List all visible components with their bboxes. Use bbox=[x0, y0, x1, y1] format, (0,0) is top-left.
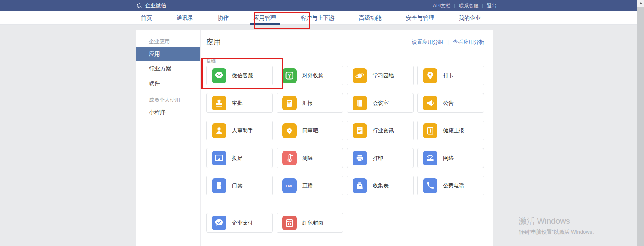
app-grid-footer: 企业支付红包封面 bbox=[206, 213, 484, 233]
app-label: 审批 bbox=[232, 100, 243, 107]
app-card[interactable]: 公告 bbox=[417, 93, 484, 113]
app-label: 健康上报 bbox=[443, 127, 464, 134]
nav-tab[interactable]: 安全与管理 bbox=[406, 11, 434, 25]
topbar-links: API文档 | 联系客服 | 退出 bbox=[433, 0, 496, 11]
app-label: 企业支付 bbox=[232, 219, 253, 227]
sidebar-group-header: 企业应用 bbox=[136, 37, 200, 47]
phone-icon bbox=[423, 178, 437, 193]
app-label: 打卡 bbox=[443, 72, 454, 79]
app-card[interactable]: ¥对外收款 bbox=[277, 66, 343, 85]
sidebar-item[interactable]: 应用 bbox=[136, 47, 200, 61]
nav-tab[interactable]: 高级功能 bbox=[359, 11, 381, 25]
yen-badge-icon: ¥ bbox=[282, 68, 297, 83]
nav-tabs: 首页通讯录协作应用管理客户与上下游高级功能安全与管理我的企业 bbox=[141, 11, 481, 25]
app-card[interactable]: 网络 bbox=[417, 148, 484, 168]
contact-support-link[interactable]: 联系客服 bbox=[459, 2, 478, 9]
sidebar-item[interactable]: 行业方案 bbox=[136, 61, 200, 76]
app-card[interactable]: 微信客服 bbox=[206, 66, 273, 85]
collect-box-icon bbox=[353, 178, 367, 193]
scrollbar-thumb[interactable] bbox=[637, 7, 644, 246]
watermark-line1: 激活 Windows bbox=[519, 216, 598, 227]
nav-tab[interactable]: 首页 bbox=[141, 11, 152, 25]
navbar: 首页通讯录协作应用管理客户与上下游高级功能安全与管理我的企业 bbox=[0, 11, 644, 25]
app-label: 人事助手 bbox=[232, 127, 253, 134]
app-card[interactable]: 打卡 bbox=[417, 66, 484, 85]
section-divider bbox=[206, 206, 484, 206]
sidebar-section: 成员个人使用小程序 bbox=[136, 95, 200, 119]
app-label: 会议室 bbox=[373, 100, 389, 107]
app-label: 测温 bbox=[302, 155, 313, 162]
app-card[interactable]: 人事助手 bbox=[206, 121, 273, 140]
nav-tab[interactable]: 我的企业 bbox=[458, 11, 481, 25]
app-card[interactable]: LIVE直播 bbox=[277, 176, 343, 195]
app-label: 网络 bbox=[443, 155, 454, 162]
app-card[interactable]: 行业资讯 bbox=[347, 121, 414, 140]
app-card[interactable]: 健康上报 bbox=[417, 121, 484, 140]
app-label: 打印 bbox=[373, 155, 383, 162]
sidebar-item[interactable]: 硬件 bbox=[136, 76, 200, 90]
clipboard-plus-icon bbox=[423, 123, 437, 138]
app-label: 对外收款 bbox=[302, 72, 323, 79]
app-card[interactable]: 打印 bbox=[347, 148, 414, 168]
view-app-analytics-link[interactable]: 查看应用分析 bbox=[453, 38, 484, 46]
app-card[interactable]: 会议室 bbox=[347, 93, 414, 113]
logo-link[interactable]: 企业微信 bbox=[136, 0, 166, 11]
content-panel: 企业应用应用行业方案硬件成员个人使用小程序 应用 设置应用分组 | 查看应用分析… bbox=[136, 30, 493, 246]
app-group-label: 基础 bbox=[206, 58, 484, 64]
app-label: 微信客服 bbox=[232, 72, 253, 79]
app-card[interactable]: 投屏 bbox=[206, 148, 273, 168]
windows-activation-watermark: 激活 Windows 转到“电脑设置”以激活 Windows。 bbox=[519, 216, 598, 236]
app-label: 行业资讯 bbox=[373, 127, 394, 134]
app-card[interactable]: 收集表 bbox=[347, 176, 414, 195]
news-doc-icon bbox=[353, 123, 367, 138]
app-label: 红包封面 bbox=[302, 219, 323, 227]
app-card[interactable]: 门禁 bbox=[206, 176, 273, 195]
chevron-up-icon bbox=[639, 2, 642, 4]
nav-tab[interactable]: 应用管理 bbox=[253, 11, 276, 25]
thermometer-icon bbox=[282, 151, 297, 165]
main-actions: 设置应用分组 | 查看应用分析 bbox=[412, 38, 484, 46]
app-label: 汇报 bbox=[302, 100, 313, 107]
logout-link[interactable]: 退出 bbox=[487, 2, 496, 9]
app-card[interactable]: 公费电话 bbox=[417, 176, 484, 195]
app-card[interactable]: 测温 bbox=[277, 148, 343, 168]
live-text-icon: LIVE bbox=[282, 178, 297, 193]
app-card[interactable]: 企业支付 bbox=[206, 213, 273, 233]
sidebar: 企业应用应用行业方案硬件成员个人使用小程序 bbox=[136, 30, 201, 246]
door-open-icon bbox=[353, 96, 367, 110]
vertical-scrollbar[interactable] bbox=[637, 0, 644, 246]
app-card[interactable]: 审批 bbox=[206, 93, 273, 113]
cast-screen-icon bbox=[212, 151, 226, 165]
api-docs-link[interactable]: API文档 bbox=[433, 2, 450, 9]
wechat-work-logo-icon bbox=[136, 2, 143, 9]
topbar: 企业微信 API文档 | 联系客服 | 退出 bbox=[0, 0, 644, 11]
sidebar-group-header: 成员个人使用 bbox=[136, 95, 200, 105]
pay-check-icon bbox=[212, 216, 226, 230]
svg-text:LIVE: LIVE bbox=[286, 184, 293, 188]
red-envelope-icon bbox=[282, 216, 297, 230]
stamp-icon bbox=[212, 96, 226, 110]
nav-tab[interactable]: 客户与上下游 bbox=[300, 11, 334, 25]
chat-bubble-icon bbox=[212, 68, 226, 83]
app-label: 直播 bbox=[302, 182, 313, 189]
app-label: 门禁 bbox=[232, 182, 243, 189]
app-card[interactable]: 学习园地 bbox=[347, 66, 414, 85]
app-card[interactable]: 红包封面 bbox=[277, 213, 343, 233]
app-label: 学习园地 bbox=[373, 72, 394, 79]
diamond-icon bbox=[282, 123, 297, 138]
nav-tab[interactable]: 通讯录 bbox=[176, 11, 193, 25]
app-label: 收集表 bbox=[373, 182, 389, 189]
app-label: 投屏 bbox=[232, 155, 243, 162]
sidebar-section: 企业应用应用行业方案硬件 bbox=[136, 37, 200, 90]
nav-tab[interactable]: 协作 bbox=[218, 11, 229, 25]
app-card[interactable]: 汇报 bbox=[277, 93, 343, 113]
set-app-group-link[interactable]: 设置应用分组 bbox=[412, 38, 443, 46]
app-card[interactable]: 同事吧 bbox=[277, 121, 343, 140]
scrollbar-up-button[interactable] bbox=[637, 0, 644, 7]
main-area: 应用 设置应用分组 | 查看应用分析 基础 微信客服¥对外收款学习园地打卡审批汇… bbox=[201, 30, 493, 246]
main-header: 应用 设置应用分组 | 查看应用分析 bbox=[206, 30, 484, 50]
separator: | bbox=[454, 3, 455, 8]
doc-lines-icon bbox=[282, 96, 297, 110]
app-label: 同事吧 bbox=[302, 127, 318, 134]
sidebar-item[interactable]: 小程序 bbox=[136, 105, 200, 119]
